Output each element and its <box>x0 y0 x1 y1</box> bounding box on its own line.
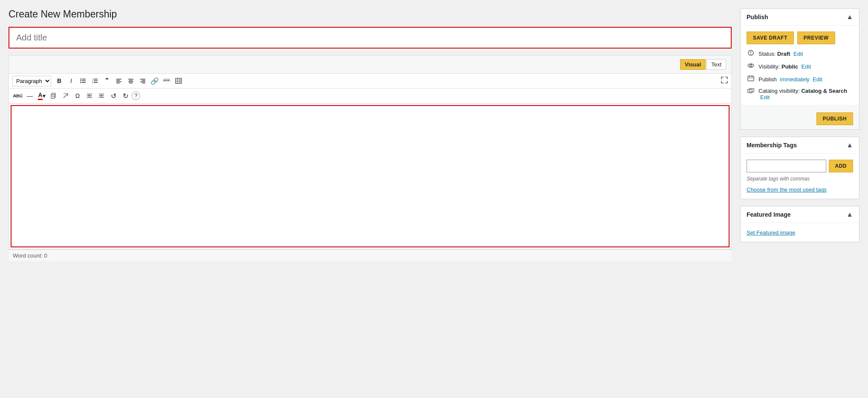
status-icon <box>747 49 755 58</box>
svg-line-35 <box>63 94 68 98</box>
editor-tabs: Visual Text <box>9 56 731 73</box>
align-left-button[interactable] <box>113 75 124 86</box>
featured-image-title: Featured Image <box>747 211 790 218</box>
table-button[interactable] <box>173 75 184 86</box>
status-row: Status: Draft Edit <box>747 49 853 58</box>
word-count-value: 0 <box>44 252 47 259</box>
indent-button[interactable] <box>96 90 107 101</box>
redo-button[interactable]: ↻ <box>120 90 131 101</box>
svg-rect-6 <box>94 79 98 80</box>
featured-image-toggle[interactable]: ▲ <box>846 211 853 218</box>
status-value: Draft <box>777 51 790 57</box>
bold-button[interactable]: B <box>54 75 65 86</box>
publish-panel-body: SAVE DRAFT PREVIEW Status: Draft Edit <box>741 26 859 129</box>
publish-time-edit-link[interactable]: Edit <box>813 76 822 83</box>
preview-button[interactable]: PREVIEW <box>797 31 835 44</box>
membership-tags-toggle[interactable]: ▲ <box>846 141 853 149</box>
svg-point-46 <box>750 65 752 67</box>
undo-button[interactable]: ↺ <box>108 90 119 101</box>
tags-input-row: ADD <box>747 160 853 172</box>
calendar-icon <box>747 75 755 83</box>
publish-time-text: Publish immediately Edit <box>758 76 822 83</box>
paste-as-text-button[interactable] <box>48 90 59 101</box>
word-count-label: Word count: <box>13 252 43 259</box>
svg-rect-7 <box>94 80 98 81</box>
title-input[interactable] <box>9 28 731 48</box>
membership-tags-title: Membership Tags <box>747 142 797 149</box>
visibility-text: Visibility: Public Edit <box>758 63 811 70</box>
svg-point-3 <box>80 79 81 80</box>
visibility-value: Public <box>781 63 798 70</box>
publish-panel-header: Publish ▲ <box>741 9 859 26</box>
publish-panel-toggle[interactable]: ▲ <box>846 13 853 21</box>
tags-input[interactable] <box>747 160 826 172</box>
svg-point-4 <box>80 80 81 81</box>
sidebar: Publish ▲ SAVE DRAFT PREVIEW Status: Dra… <box>740 9 859 389</box>
catalog-edit-link[interactable]: Edit <box>760 94 770 100</box>
catalog-text: Catalog visibility: Catalog & Search Edi… <box>758 88 847 100</box>
toolbar-row2: ABC — A▾ Ω ↺ ↻ ? <box>9 89 731 103</box>
page-title: Create New Membership <box>9 9 732 20</box>
featured-image-body: Set Featured image <box>741 223 859 242</box>
publish-time-row: Publish immediately Edit <box>747 75 853 83</box>
tab-visual[interactable]: Visual <box>680 59 706 70</box>
status-label: Status: <box>758 51 776 57</box>
editor-wrapper: Visual Text Paragraph Heading 1 Heading … <box>9 55 732 249</box>
publish-button[interactable]: PUBLISH <box>816 112 853 125</box>
ordered-list-button[interactable]: 123 <box>89 75 101 86</box>
svg-rect-47 <box>748 76 754 81</box>
save-draft-button[interactable]: SAVE DRAFT <box>747 31 794 44</box>
most-used-tags-link[interactable]: Choose from the most used tags <box>747 186 827 193</box>
editor-body[interactable] <box>12 106 729 246</box>
outdent-button[interactable] <box>84 90 95 101</box>
strikethrough-button[interactable]: ABC <box>12 90 23 101</box>
unordered-list-button[interactable] <box>78 75 89 86</box>
publish-panel-title: Publish <box>747 14 768 20</box>
status-edit-link[interactable]: Edit <box>793 51 803 57</box>
title-input-wrapper <box>9 27 732 49</box>
align-center-button[interactable] <box>125 75 136 86</box>
toolbar-row1: Paragraph Heading 1 Heading 2 Heading 3 … <box>9 73 731 89</box>
visibility-edit-link[interactable]: Edit <box>802 63 811 70</box>
publish-time-label: Publish <box>758 76 777 83</box>
svg-rect-26 <box>176 78 182 83</box>
membership-tags-body: ADD Separate tags with commas Choose fro… <box>741 154 859 199</box>
publish-footer: PUBLISH <box>741 105 859 129</box>
svg-rect-8 <box>94 82 98 83</box>
tab-text[interactable]: Text <box>707 59 726 70</box>
svg-point-44 <box>750 54 751 55</box>
publish-time-value[interactable]: immediately <box>780 76 809 83</box>
svg-rect-2 <box>82 82 86 83</box>
status-text: Status: Draft Edit <box>758 51 803 57</box>
align-right-button[interactable] <box>137 75 148 86</box>
publish-btn-row: SAVE DRAFT PREVIEW <box>747 31 853 44</box>
catalog-value: Catalog & Search <box>801 88 847 94</box>
paragraph-select[interactable]: Paragraph Heading 1 Heading 2 Heading 3 <box>12 76 51 86</box>
read-more-button[interactable] <box>161 75 172 86</box>
visibility-label: Visibility: <box>758 63 780 70</box>
horizontal-rule-button[interactable]: — <box>24 90 35 101</box>
membership-tags-header: Membership Tags ▲ <box>741 137 859 154</box>
link-button[interactable]: 🔗 <box>149 75 160 86</box>
visibility-icon <box>747 62 755 71</box>
svg-text:3: 3 <box>92 82 93 84</box>
italic-button[interactable]: I <box>66 75 77 86</box>
visibility-row: Visibility: Public Edit <box>747 62 853 71</box>
add-tag-button[interactable]: ADD <box>829 160 854 172</box>
special-char-button[interactable]: Ω <box>72 90 83 101</box>
clear-formatting-button[interactable] <box>60 90 71 101</box>
fullscreen-button[interactable] <box>721 77 728 85</box>
catalog-label: Catalog visibility: <box>758 88 800 94</box>
svg-rect-1 <box>82 80 86 81</box>
svg-rect-25 <box>164 79 169 80</box>
membership-tags-panel: Membership Tags ▲ ADD Separate tags with… <box>740 137 859 199</box>
tags-hint: Separate tags with commas <box>747 176 853 182</box>
editor-body-wrapper <box>11 105 730 247</box>
text-color-button[interactable]: A▾ <box>36 90 47 101</box>
catalog-row: Catalog visibility: Catalog & Search Edi… <box>747 88 853 100</box>
set-featured-image-link[interactable]: Set Featured image <box>747 229 795 236</box>
help-button[interactable]: ? <box>132 92 140 100</box>
blockquote-button[interactable]: " <box>101 75 112 86</box>
featured-image-panel: Featured Image ▲ Set Featured image <box>740 206 859 242</box>
catalog-icon <box>747 88 755 96</box>
